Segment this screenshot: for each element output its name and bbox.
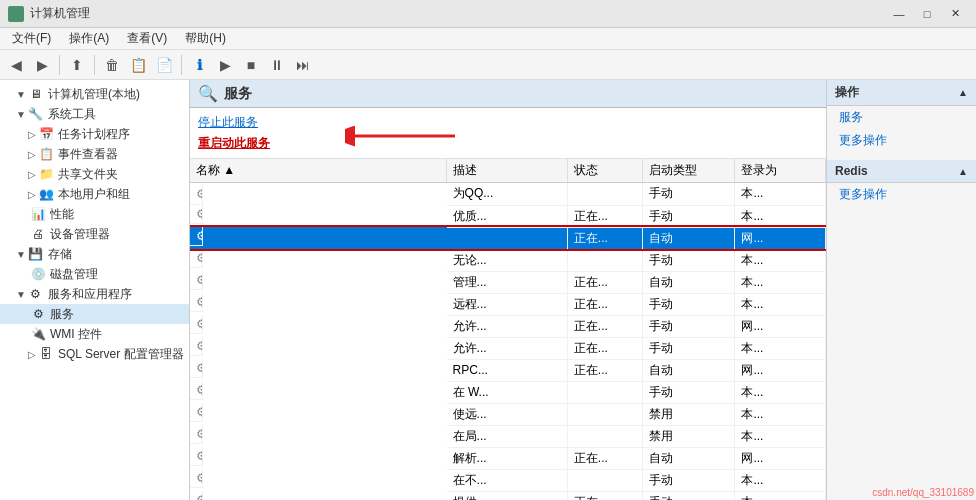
table-row[interactable]: ⚙Redis正在...自动网... — [190, 227, 826, 249]
service-status-cell — [567, 425, 642, 447]
service-name-cell: ⚙Redis — [190, 227, 203, 246]
table-row[interactable]: ⚙Remote Desktop Service...允许...正在...手动本.… — [190, 337, 826, 359]
service-desc-cell: 解析... — [447, 447, 568, 469]
sidebar-item-wmi[interactable]: 🔌 WMI 控件 — [0, 324, 189, 344]
service-logon-cell: 本... — [735, 425, 826, 447]
sidebar-item-local-users[interactable]: ▷ 👥 本地用户和组 — [0, 184, 189, 204]
service-logon-cell: 本... — [735, 491, 826, 500]
service-logon-cell: 本... — [735, 381, 826, 403]
stop-service-link[interactable]: 停止此服务 — [198, 114, 270, 131]
sidebar-folder-label: 共享文件夹 — [58, 166, 118, 183]
menu-help[interactable]: 帮助(H) — [177, 28, 234, 49]
collapse-icon: ▲ — [958, 87, 968, 98]
table-row[interactable]: ⚙RPC Endpoint Mapper解析...正在...自动网... — [190, 447, 826, 469]
sidebar-item-system-tools[interactable]: ▼ 🔧 系统工具 — [0, 104, 189, 124]
table-row[interactable]: ⚙Routing and Remote Acc...在局...禁用本... — [190, 425, 826, 447]
service-startup-cell: 手动 — [643, 491, 735, 500]
sidebar-item-storage[interactable]: ▼ 💾 存储 — [0, 244, 189, 264]
sidebar-item-root[interactable]: ▼ 🖥 计算机管理(本地) — [0, 84, 189, 104]
sql-icon: 🗄 — [38, 346, 54, 362]
col-header-name[interactable]: 名称 ▲ — [190, 159, 447, 183]
close-button[interactable]: ✕ — [942, 4, 968, 24]
right-panel-more-actions-2[interactable]: 更多操作 — [827, 183, 976, 206]
up-button[interactable]: ⬆ — [65, 53, 89, 77]
content-subheader: 停止此服务 重启动此服务 — [190, 108, 826, 159]
table-row[interactable]: ⚙Remote Registry使远...禁用本... — [190, 403, 826, 425]
sidebar-users-label: 本地用户和组 — [58, 186, 130, 203]
service-startup-cell: 手动 — [643, 293, 735, 315]
forward-button[interactable]: ▶ — [30, 53, 54, 77]
task-icon: 📅 — [38, 126, 54, 142]
sidebar-sql-label: SQL Server 配置管理器 — [58, 346, 184, 363]
collapse-icon-2: ▲ — [958, 166, 968, 177]
service-name-cell: ⚙Secondary Logon — [190, 469, 203, 488]
titlebar: 计算机管理 — □ ✕ — [0, 0, 976, 28]
restart-service-link[interactable]: 重启动此服务 — [198, 135, 270, 152]
table-row[interactable]: ⚙Remote Desktop Services允许...正在...手动网... — [190, 315, 826, 337]
service-startup-cell: 手动 — [643, 381, 735, 403]
gear-icon: ⚙ — [196, 449, 203, 463]
sidebar-item-event-viewer[interactable]: ▷ 📋 事件查看器 — [0, 144, 189, 164]
gear-icon: ⚙ — [196, 187, 203, 201]
restart-button[interactable]: ⏭ — [291, 53, 315, 77]
table-row[interactable]: ⚙Secondary Logon在不...手动本... — [190, 469, 826, 491]
right-panel-header-redis: Redis ▲ — [827, 160, 976, 183]
maximize-button[interactable]: □ — [914, 4, 940, 24]
computer-icon: 🖥 — [28, 86, 44, 102]
sidebar-item-task-scheduler[interactable]: ▷ 📅 任务计划程序 — [0, 124, 189, 144]
gear-icon: ⚙ — [196, 471, 203, 485]
table-row[interactable]: ⚙Remote Procedure Call (...在 W...手动本... — [190, 381, 826, 403]
table-row[interactable]: ⚙Secure Socket Tunneling ...提供...正在...手动… — [190, 491, 826, 500]
sidebar-item-services-apps[interactable]: ▼ ⚙ 服务和应用程序 — [0, 284, 189, 304]
storage-icon: 💾 — [28, 246, 44, 262]
col-header-startup[interactable]: 启动类型 — [643, 159, 735, 183]
service-logon-cell: 网... — [735, 359, 826, 381]
back-button[interactable]: ◀ — [4, 53, 28, 77]
service-name-cell: ⚙QQ拼音输入法基础服务 — [190, 183, 203, 205]
table-row[interactable]: ⚙Remote Procedure Call (...RPC...正在...自动… — [190, 359, 826, 381]
service-desc-cell: 无论... — [447, 249, 568, 271]
sidebar-event-label: 事件查看器 — [58, 146, 118, 163]
sidebar: ▼ 🖥 计算机管理(本地) ▼ 🔧 系统工具 ▷ 📅 任务计划程序 ▷ 📋 事件… — [0, 80, 190, 500]
toolbar: ◀ ▶ ⬆ 🗑 📋 📄 ℹ ▶ ■ ⏸ ⏭ — [0, 50, 976, 80]
table-row[interactable]: ⚙Remote Access Auto Con...无论...手动本... — [190, 249, 826, 271]
col-header-status[interactable]: 状态 — [567, 159, 642, 183]
table-row[interactable]: ⚙Remote Access Connecti...管理...正在...自动本.… — [190, 271, 826, 293]
delete-button[interactable]: 🗑 — [100, 53, 124, 77]
sidebar-item-disk-mgmt[interactable]: 💿 磁盘管理 — [0, 264, 189, 284]
sidebar-wmi-label: WMI 控件 — [50, 326, 102, 343]
sidebar-item-performance[interactable]: 📊 性能 — [0, 204, 189, 224]
sidebar-item-services[interactable]: ⚙ 服务 — [0, 304, 189, 324]
service-status-cell — [567, 403, 642, 425]
sidebar-item-device-manager[interactable]: 🖨 设备管理器 — [0, 224, 189, 244]
sidebar-item-sql[interactable]: ▷ 🗄 SQL Server 配置管理器 — [0, 344, 189, 364]
gear-icon: ⚙ — [196, 427, 203, 441]
properties-button[interactable]: 📋 — [126, 53, 150, 77]
sidebar-item-shared-folders[interactable]: ▷ 📁 共享文件夹 — [0, 164, 189, 184]
table-row[interactable]: ⚙QQ拼音输入法基础服务为QQ...手动本... — [190, 183, 826, 206]
table-row[interactable]: ⚙Quality Windows Audio V...优质...正在...手动本… — [190, 205, 826, 227]
gear-icon: ⚙ — [196, 229, 203, 243]
menu-file[interactable]: 文件(F) — [4, 28, 59, 49]
minimize-button[interactable]: — — [886, 4, 912, 24]
stop-button[interactable]: ■ — [239, 53, 263, 77]
right-panel-services-link[interactable]: 服务 — [827, 106, 976, 129]
expand-icon-storage: ▼ — [16, 249, 26, 260]
menu-action[interactable]: 操作(A) — [61, 28, 117, 49]
sidebar-disk-label: 磁盘管理 — [50, 266, 98, 283]
content-title: 服务 — [224, 85, 252, 103]
col-header-desc[interactable]: 描述 — [447, 159, 568, 183]
service-startup-cell: 手动 — [643, 469, 735, 491]
col-header-logon[interactable]: 登录为 — [735, 159, 826, 183]
table-row[interactable]: ⚙Remote Desktop Configu...远程...正在...手动本.… — [190, 293, 826, 315]
menu-view[interactable]: 查看(V) — [119, 28, 175, 49]
play-button[interactable]: ▶ — [213, 53, 237, 77]
service-startup-cell: 手动 — [643, 205, 735, 227]
service-desc-cell: 在局... — [447, 425, 568, 447]
refresh-button[interactable]: ℹ — [187, 53, 211, 77]
services-table-container[interactable]: 名称 ▲ 描述 状态 启动类型 登录为 — [190, 159, 826, 500]
sidebar-perf-label: 性能 — [50, 206, 74, 223]
right-panel-more-actions-1[interactable]: 更多操作 — [827, 129, 976, 152]
new-button[interactable]: 📄 — [152, 53, 176, 77]
pause-button[interactable]: ⏸ — [265, 53, 289, 77]
